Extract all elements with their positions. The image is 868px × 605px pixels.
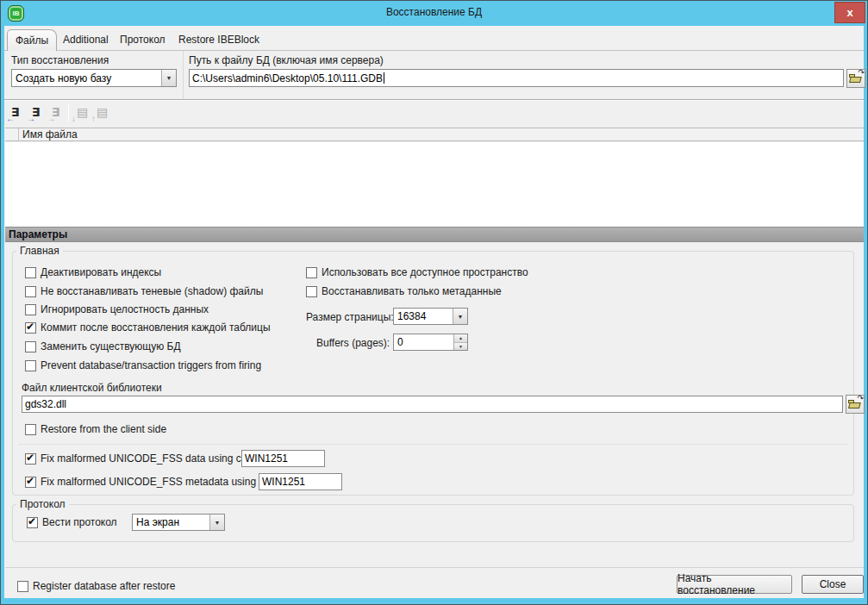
db-path-input[interactable]: C:\Users\admin6\Desktop\05.10\111.GDB (189, 69, 844, 87)
browse-db-path-button[interactable]: ↷ (846, 69, 865, 88)
checkbox-register-after-restore[interactable]: Register database after restore (17, 580, 175, 592)
checkbox-box[interactable] (25, 341, 36, 352)
checkbox-restore-client-side[interactable]: Restore from the client side (25, 423, 166, 435)
checkbox-replace-existing-db[interactable]: Заменить существующую БД (25, 340, 181, 352)
log-target-select[interactable]: На экран ▼ (132, 514, 225, 531)
checkbox-box[interactable] (25, 286, 36, 297)
client-library-value: gds32.dll (25, 398, 66, 410)
move-up-icon[interactable]: ▤ ↑ (93, 104, 110, 122)
protocol-group-legend: Протокол (16, 498, 69, 510)
row-indicator-column (5, 128, 19, 140)
close-icon: x (846, 6, 852, 19)
main-group-legend: Главная (16, 245, 63, 257)
file-name-column-header[interactable]: Имя файла (19, 128, 864, 140)
spin-up-icon[interactable]: ▲ (454, 334, 467, 343)
checkbox-use-all-space[interactable]: Использовать все доступное пространство (306, 266, 528, 278)
folder-open-icon: ↷ (849, 73, 863, 84)
footer-divider (5, 567, 864, 568)
checkbox-no-shadow-files[interactable]: Не восстанавливать теневые (shadow) файл… (25, 285, 263, 297)
start-restore-button[interactable]: Начать восстановление (677, 575, 792, 594)
tabstrip-divider (4, 50, 864, 51)
restore-type-label: Тип восстановления (11, 54, 109, 66)
page-size-label: Размер страницы: (306, 311, 394, 323)
window-title: Восстановление БД (1, 6, 867, 18)
tab-additional[interactable]: Additional (63, 34, 109, 46)
checkbox-fix-unicode-metadata[interactable]: Fix malformed UNICODE_FSS metadata using… (25, 476, 293, 488)
text-caret (384, 72, 384, 84)
tab-protocol[interactable]: Протокол (120, 34, 165, 46)
restore-db-window: Восстановление БД IB x Файлы Additional … (0, 0, 868, 605)
checkbox-box[interactable] (306, 267, 317, 278)
groove-line-highlight (4, 100, 864, 101)
checkbox-commit-each-table[interactable]: Коммит после восстановления каждой табли… (25, 321, 271, 334)
checkbox-box[interactable] (17, 581, 28, 592)
window-border-right (864, 26, 867, 604)
checkbox-deactivate-indexes[interactable]: Деактивировать индексы (25, 266, 161, 278)
checkbox-box[interactable] (25, 360, 36, 371)
checkbox-box[interactable] (25, 424, 36, 435)
window-border-left (1, 26, 4, 604)
page-size-select[interactable]: 16384 ▼ (393, 308, 468, 325)
checkbox-box[interactable] (25, 304, 36, 315)
close-dialog-button[interactable]: Close (802, 575, 864, 594)
insert-file-icon[interactable]: ∃ → (28, 104, 46, 122)
checkbox-box[interactable] (25, 477, 36, 488)
group-separator (18, 444, 848, 445)
checkbox-prevent-triggers[interactable]: Prevent database/transaction triggers fr… (25, 359, 261, 371)
db-path-value: C:\Users\admin6\Desktop\05.10\111.GDB (192, 72, 383, 84)
tab-restore-ibeblock[interactable]: Restore IBEBlock (178, 34, 259, 46)
checkbox-fix-unicode-data[interactable]: Fix malformed UNICODE_FSS data using cha… (25, 452, 270, 465)
top-pane-divider (183, 51, 184, 99)
files-table-body[interactable] (5, 142, 864, 227)
app-icon: IB (8, 5, 24, 22)
chevron-down-icon[interactable]: ▼ (161, 70, 176, 86)
tab-files[interactable]: Файлы (7, 29, 57, 51)
add-file-icon[interactable]: ∃ ← (8, 104, 25, 122)
files-table-header: Имя файла (5, 128, 864, 141)
parameters-section-header: Параметры (5, 227, 864, 242)
db-path-label: Путь к файлу БД (включая имя сервера) (189, 54, 384, 66)
buffers-label: Buffers (pages): (316, 337, 390, 349)
checkbox-box[interactable] (25, 322, 36, 334)
browse-client-library-button[interactable]: ↷ (846, 395, 865, 414)
checkbox-box[interactable] (25, 453, 36, 465)
chevron-down-icon[interactable]: ▼ (453, 309, 467, 324)
restore-type-value: Создать новую базу (12, 72, 161, 84)
client-library-input[interactable]: gds32.dll (22, 396, 843, 413)
move-down-icon[interactable]: ▤ ↓ (73, 104, 91, 122)
close-button[interactable]: x (834, 2, 865, 23)
chevron-down-icon[interactable]: ▼ (209, 515, 224, 530)
client-library-label: Файл клиентской библиотеки (22, 382, 162, 394)
checkbox-box[interactable] (306, 286, 317, 297)
fix-metadata-charset-input[interactable]: WIN1251 (259, 473, 342, 490)
checkbox-box[interactable] (27, 517, 38, 528)
folder-open-icon: ↷ (848, 399, 862, 409)
checkbox-keep-log[interactable]: Вести протокол (27, 516, 117, 528)
restore-type-select[interactable]: Создать новую базу ▼ (11, 69, 177, 87)
toolbar-separator (68, 104, 69, 122)
remove-file-icon[interactable]: ∃ → (48, 104, 66, 122)
page-size-value: 16384 (394, 310, 453, 322)
buffers-value: 0 (394, 334, 453, 350)
checkbox-box[interactable] (25, 267, 36, 278)
checkbox-metadata-only[interactable]: Восстанавливать только метаданные (306, 285, 502, 297)
buffers-stepper[interactable]: 0 ▲ ▼ (393, 334, 468, 351)
spin-down-icon[interactable]: ▼ (454, 343, 467, 351)
window-border-bottom (4, 598, 864, 604)
fix-data-charset-input[interactable]: WIN1251 (241, 450, 325, 467)
log-target-value: На экран (133, 516, 209, 528)
checkbox-ignore-integrity[interactable]: Игнорировать целостность данных (25, 303, 209, 315)
